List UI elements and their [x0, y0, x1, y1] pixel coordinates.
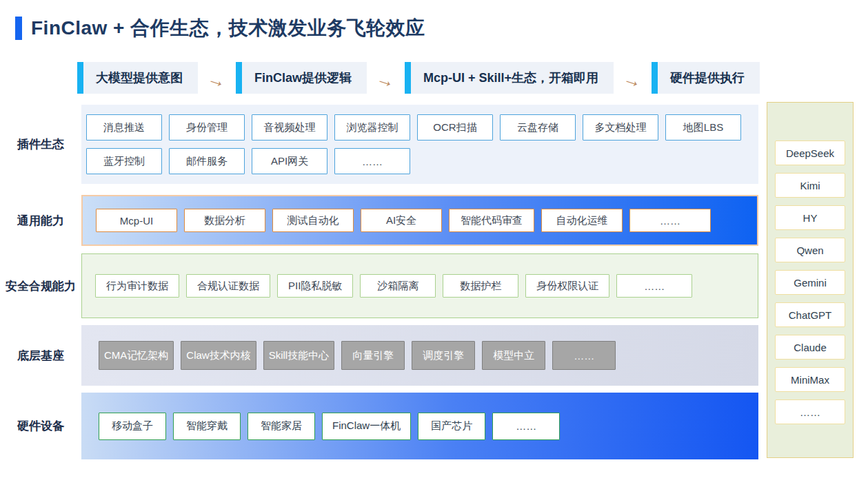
- plugins-panel: 消息推送身份管理音视频处理浏览器控制OCR扫描云盘存储多文档处理地图LBS蓝牙控…: [81, 105, 758, 184]
- plugins-item: 邮件服务: [169, 148, 245, 174]
- general-item: AI安全: [361, 209, 442, 232]
- layer-foundation: 底层基座CMA记忆架构Claw技术内核Skill技能中心向量引擎调度引擎模型中立…: [0, 325, 758, 386]
- layer-line: 移动盒子智能穿戴智能家居FinClaw一体机国产芯片……: [99, 413, 758, 440]
- model-item: Kimi: [775, 173, 845, 198]
- plugins-item: API网关: [252, 148, 327, 174]
- foundation-item: ……: [552, 341, 616, 370]
- layer-label-foundation: 底层基座: [0, 325, 81, 386]
- security-item: 合规认证数据: [186, 274, 270, 298]
- flow-arrow-icon: →: [621, 68, 645, 92]
- plugins-item: 浏览器控制: [334, 114, 410, 141]
- plugins-item: OCR扫描: [417, 114, 493, 141]
- flow-step-label: FinClaw提供逻辑: [242, 62, 367, 94]
- foundation-item: 向量引擎: [341, 341, 405, 370]
- plugins-item: ……: [334, 148, 410, 174]
- flow-step: 大模型提供意图: [77, 62, 198, 94]
- general-panel: Mcp-UI数据分析测试自动化AI安全智能代码审查自动化运维……: [81, 195, 758, 246]
- layer-line: 蓝牙控制邮件服务API网关……: [86, 148, 758, 174]
- model-item: MiniMax: [775, 367, 845, 392]
- plugins-item: 多文档处理: [583, 114, 658, 141]
- model-item: ChatGPT: [775, 302, 845, 327]
- layer-line: Mcp-UI数据分析测试自动化AI安全智能代码审查自动化运维……: [96, 209, 757, 232]
- foundation-item: 模型中立: [482, 341, 545, 370]
- layer-plugins: 插件生态消息推送身份管理音视频处理浏览器控制OCR扫描云盘存储多文档处理地图LB…: [0, 105, 758, 184]
- foundation-panel: CMA记忆架构Claw技术内核Skill技能中心向量引擎调度引擎模型中立……: [81, 325, 758, 386]
- flow-step: Mcp-UI + Skill+生态，开箱即用: [405, 62, 614, 94]
- general-item: 智能代码审查: [449, 209, 534, 232]
- plugins-item: 云盘存储: [500, 114, 576, 141]
- general-item: 数据分析: [184, 209, 265, 232]
- model-item: Claude: [775, 335, 845, 360]
- flow-step-label: 大模型提供意图: [83, 62, 198, 94]
- model-item: HY: [775, 205, 845, 230]
- page-title: FinClaw + 合作生态，技术激发业务飞轮效应: [31, 15, 425, 41]
- architecture-layers: 插件生态消息推送身份管理音视频处理浏览器控制OCR扫描云盘存储多文档处理地图LB…: [0, 102, 758, 459]
- layer-line: CMA记忆架构Claw技术内核Skill技能中心向量引擎调度引擎模型中立……: [99, 341, 758, 370]
- model-item: Qwen: [775, 238, 845, 262]
- security-item: 身份权限认证: [525, 274, 609, 298]
- hardware-item: 国产芯片: [418, 413, 485, 440]
- layer-line: 消息推送身份管理音视频处理浏览器控制OCR扫描云盘存储多文档处理地图LBS: [86, 114, 758, 141]
- hardware-panel: 移动盒子智能穿戴智能家居FinClaw一体机国产芯片……: [81, 393, 758, 459]
- foundation-item: 调度引擎: [412, 341, 475, 370]
- plugins-item: 音视频处理: [252, 114, 327, 141]
- hardware-item: 智能家居: [248, 413, 315, 440]
- flow-arrow-icon: →: [205, 68, 228, 92]
- security-item: 行为审计数据: [95, 274, 179, 298]
- hardware-item: 移动盒子: [99, 413, 166, 440]
- foundation-item: CMA记忆架构: [99, 341, 174, 370]
- foundation-item: Claw技术内核: [181, 341, 256, 370]
- security-item: 沙箱隔离: [360, 274, 436, 298]
- models-panel: DeepSeekKimiHYQwenGeminiChatGPTClaudeMin…: [767, 102, 854, 458]
- slide-header: FinClaw + 合作生态，技术激发业务飞轮效应: [15, 15, 425, 41]
- flow-step: FinClaw提供逻辑: [236, 62, 367, 94]
- security-item: PII隐私脱敏: [277, 274, 353, 298]
- general-item: 测试自动化: [272, 209, 354, 232]
- hardware-item: FinClaw一体机: [322, 413, 411, 440]
- security-item: 数据护栏: [443, 274, 518, 298]
- flow-step-accent-bar: [236, 62, 242, 94]
- hardware-item: ……: [492, 413, 560, 440]
- layer-label-security: 安全合规能力: [0, 253, 81, 318]
- flow-arrow-icon: →: [374, 68, 398, 92]
- layer-hardware: 硬件设备移动盒子智能穿戴智能家居FinClaw一体机国产芯片……: [0, 393, 758, 459]
- plugins-item: 蓝牙控制: [86, 148, 162, 174]
- flow-step-label: 硬件提供执行: [658, 62, 760, 94]
- security-item: ……: [616, 274, 692, 298]
- layer-general: 通用能力Mcp-UI数据分析测试自动化AI安全智能代码审查自动化运维……: [0, 195, 758, 246]
- layer-label-hardware: 硬件设备: [0, 393, 81, 459]
- layer-label-plugins: 插件生态: [0, 105, 81, 184]
- general-item: ……: [629, 209, 711, 232]
- foundation-item: Skill技能中心: [263, 341, 335, 370]
- hardware-item: 智能穿戴: [173, 413, 241, 440]
- flow-step-accent-bar: [77, 62, 83, 94]
- layer-label-general: 通用能力: [0, 195, 81, 246]
- flow-step-accent-bar: [405, 62, 411, 94]
- security-panel: 行为审计数据合规认证数据PII隐私脱敏沙箱隔离数据护栏身份权限认证……: [81, 253, 758, 318]
- general-item: 自动化运维: [541, 209, 623, 232]
- layer-line: 行为审计数据合规认证数据PII隐私脱敏沙箱隔离数据护栏身份权限认证……: [95, 274, 758, 298]
- general-item: Mcp-UI: [96, 209, 177, 232]
- flow-step: 硬件提供执行: [652, 62, 760, 94]
- title-accent-bar: [15, 17, 22, 40]
- flow-row: 大模型提供意图→FinClaw提供逻辑→Mcp-UI + Skill+生态，开箱…: [77, 62, 760, 94]
- model-item: ……: [775, 399, 845, 424]
- model-item: Gemini: [775, 270, 845, 295]
- layer-security: 安全合规能力行为审计数据合规认证数据PII隐私脱敏沙箱隔离数据护栏身份权限认证……: [0, 253, 758, 318]
- model-item: DeepSeek: [775, 141, 845, 165]
- flow-step-accent-bar: [652, 62, 658, 94]
- plugins-item: 身份管理: [169, 114, 245, 141]
- plugins-item: 消息推送: [86, 114, 162, 141]
- flow-step-label: Mcp-UI + Skill+生态，开箱即用: [411, 62, 614, 94]
- plugins-item: 地图LBS: [665, 114, 741, 141]
